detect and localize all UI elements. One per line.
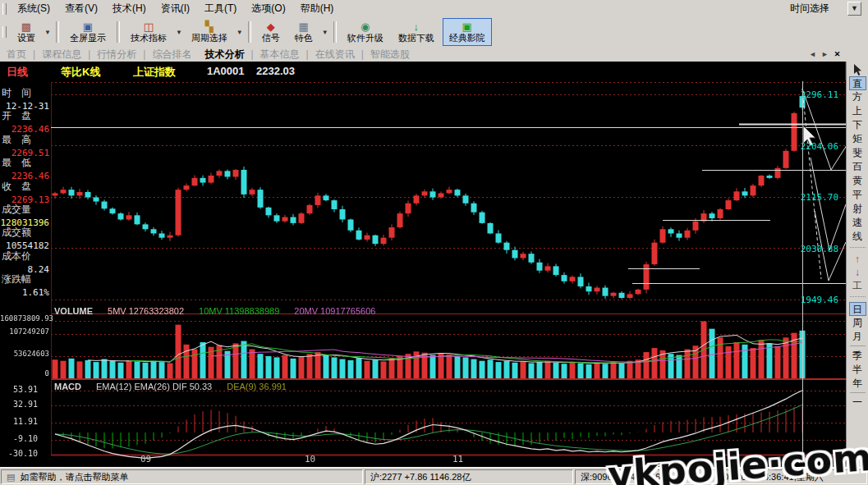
info-label: 成本价 bbox=[0, 249, 51, 263]
toolbar-label: 设置 bbox=[17, 33, 35, 43]
info-row-time: 时 间 12-12-31 bbox=[0, 86, 51, 109]
close-icon[interactable]: ✕ bbox=[831, 48, 843, 60]
toolbar-button-fullscreen[interactable]: ▣ 全屏显示 bbox=[63, 18, 113, 46]
tab-fundamental[interactable]: 基本信息 bbox=[254, 47, 306, 62]
draw-tool-percent[interactable]: 百 bbox=[849, 160, 866, 174]
document-icon: ▤ bbox=[7, 470, 15, 483]
period-half-year[interactable]: 半 bbox=[849, 363, 866, 377]
tab-stock-pick[interactable]: 智能选股 bbox=[364, 47, 416, 62]
menu-item-system[interactable]: 系统(S) bbox=[10, 0, 57, 17]
toolbar-button-settings[interactable]: ▩ 设置 bbox=[11, 18, 42, 46]
draw-tool-ray[interactable]: 射 bbox=[849, 202, 866, 216]
draw-tool-box[interactable]: 方 bbox=[849, 90, 866, 104]
tab-online-news[interactable]: 在线资讯 bbox=[309, 47, 361, 62]
chevron-down-icon[interactable]: ▼ bbox=[847, 2, 861, 16]
tab-technical[interactable]: 技术分析 bbox=[198, 47, 250, 62]
macd-axis-label: 53.91 bbox=[0, 385, 38, 394]
up-arrow-icon[interactable]: ↑ bbox=[849, 253, 866, 266]
volume-axis-label: 160873809.93 bbox=[0, 314, 49, 323]
info-value: 1.61% bbox=[0, 287, 51, 298]
toolbar-separator bbox=[248, 21, 251, 43]
kline-chart-canvas[interactable] bbox=[51, 80, 846, 464]
toolbar-button-special[interactable]: ▦ 特色 bbox=[288, 18, 319, 46]
volume-axis-label: 107249207 bbox=[0, 327, 49, 336]
macd-axis-label: -30.10 bbox=[0, 449, 38, 458]
draw-tool-golden-ratio[interactable]: 黄 bbox=[849, 174, 866, 188]
period-year[interactable]: 年 bbox=[849, 377, 866, 391]
down-arrow-icon[interactable]: ↓ bbox=[849, 266, 866, 279]
draw-tool-segment[interactable]: 线 bbox=[849, 230, 866, 244]
macd-axis-label: 11.91 bbox=[0, 417, 38, 426]
period-month[interactable]: 月 bbox=[849, 330, 866, 344]
menu-item-view[interactable]: 查看(V) bbox=[57, 0, 105, 17]
time-select-label: 时间选择 bbox=[785, 2, 847, 16]
volume-axis-label: 0 bbox=[0, 369, 49, 377]
price-axis-label: 2296.11 bbox=[801, 89, 838, 100]
toolbar-label: 技术指标 bbox=[131, 33, 167, 43]
volume-ma10-label: 10MV 11398838989 bbox=[199, 306, 279, 316]
draw-tool-speed-line[interactable]: 速 bbox=[849, 216, 866, 230]
menu-item-options[interactable]: 选项(O) bbox=[244, 0, 292, 17]
next-arrow-icon[interactable]: ► bbox=[819, 48, 831, 60]
toolbar-button-signal[interactable]: ◆ 信号 bbox=[255, 18, 287, 46]
prev-arrow-icon[interactable]: ◄ bbox=[806, 48, 819, 60]
toolbar-label: 信号 bbox=[262, 33, 280, 43]
toolbar-button-period[interactable]: ▚ 周期选择 bbox=[185, 18, 234, 46]
cinema-icon: ▣ bbox=[462, 21, 472, 33]
toolbar-button-cinema[interactable]: ▣ 经典影院 bbox=[443, 18, 492, 46]
volume-axis-label: 53624603 bbox=[0, 350, 49, 358]
toolbar: ▩ 设置 ▼ ▣ 全屏显示 ◫ 技术指标 ▼ ▚ 周期选择 ▼ ◆ 信号 ▦ 特… bbox=[0, 17, 868, 48]
kline-type-label: 等比K线 bbox=[61, 65, 100, 80]
menu-item-tools[interactable]: 工具(T) bbox=[197, 0, 244, 17]
period-quarter[interactable]: 季 bbox=[849, 349, 866, 363]
draw-tool-parallel-lines[interactable]: 平 bbox=[849, 188, 866, 202]
status-shenzhen-quote: 深:9096 -20.41 7.16亿 bbox=[575, 469, 716, 484]
grip-handle bbox=[2, 3, 7, 15]
tab-nav-buttons: ◄ ► ✕ bbox=[806, 48, 843, 60]
toolbar-button-upgrade[interactable]: ◉ 软件升级 bbox=[341, 18, 390, 46]
macd-axis-label: -9.10 bbox=[0, 434, 38, 443]
pointer-icon[interactable] bbox=[852, 63, 863, 76]
period-week[interactable]: 周 bbox=[849, 316, 866, 330]
info-label: 最 高 bbox=[0, 133, 51, 147]
chevron-down-icon[interactable]: ▼ bbox=[237, 29, 243, 36]
tab-home[interactable]: 首页 bbox=[0, 47, 33, 62]
ruler-tool-icon[interactable]: 工 bbox=[849, 279, 866, 293]
tab-quotes[interactable]: 行情分析 bbox=[90, 47, 143, 62]
draw-tool-line[interactable]: 直 bbox=[849, 76, 866, 90]
draw-tool-fibonacci[interactable]: 斐 bbox=[849, 146, 866, 160]
settings-icon: ▩ bbox=[21, 21, 31, 33]
chart-region: 日线 等比K线 上证指数 1A0001 2232.03 时 间 12-12-31… bbox=[0, 62, 846, 467]
chevron-down-icon[interactable]: ▼ bbox=[322, 29, 328, 36]
time-select-dropdown[interactable]: 时间选择 ▼ bbox=[785, 2, 861, 16]
signal-icon: ◆ bbox=[267, 21, 275, 33]
tab-course[interactable]: 课程信息 bbox=[35, 47, 88, 62]
toolbar-button-download[interactable]: ↓ 数据下载 bbox=[392, 18, 441, 46]
info-row-open: 开 盘 2236.46 bbox=[0, 109, 51, 132]
chart-header: 日线 等比K线 上证指数 1A0001 2232.03 bbox=[0, 63, 846, 79]
draw-tool-up-channel[interactable]: 上 bbox=[849, 104, 866, 118]
menu-item-help[interactable]: 帮助(H) bbox=[293, 0, 342, 17]
main-content: 日线 等比K线 上证指数 1A0001 2232.03 时 间 12-12-31… bbox=[0, 62, 868, 467]
tab-ranking[interactable]: 综合排名 bbox=[145, 47, 198, 62]
draw-tool-down-channel[interactable]: 下 bbox=[849, 118, 866, 132]
menu-item-technical[interactable]: 技术(H) bbox=[105, 0, 154, 17]
status-help-text: 如需帮助，请点击帮助菜单 bbox=[20, 470, 128, 483]
toolbar-label: 数据下载 bbox=[398, 33, 434, 43]
period-day[interactable]: 日 bbox=[849, 302, 866, 316]
indicators-icon: ◫ bbox=[144, 21, 154, 33]
tab-bar: 首页| 课程信息| 行情分析| 综合排名 技术分析| 基本信息| 在线资讯| 智… bbox=[0, 47, 868, 62]
period-one-minute[interactable]: 一 bbox=[849, 396, 866, 410]
toolbar-label: 软件升级 bbox=[347, 33, 383, 43]
draw-tool-rectangle[interactable]: 矩 bbox=[849, 132, 866, 146]
price-axis-label: 2030.88 bbox=[801, 244, 838, 254]
chevron-down-icon[interactable]: ▼ bbox=[44, 29, 51, 36]
upgrade-icon: ◉ bbox=[361, 21, 370, 33]
app-window: 系统(S) 查看(V) 技术(H) 资讯(I) 工具(T) 选项(O) 帮助(H… bbox=[0, 0, 868, 485]
chevron-down-icon[interactable]: ▼ bbox=[176, 29, 182, 36]
toolbar-button-indicators[interactable]: ◫ 技术指标 bbox=[124, 18, 173, 46]
price-axis-label: 1949.46 bbox=[801, 295, 838, 305]
download-icon: ↓ bbox=[413, 21, 419, 33]
macd-title: MACD bbox=[54, 382, 81, 391]
menu-item-news[interactable]: 资讯(I) bbox=[154, 0, 197, 17]
